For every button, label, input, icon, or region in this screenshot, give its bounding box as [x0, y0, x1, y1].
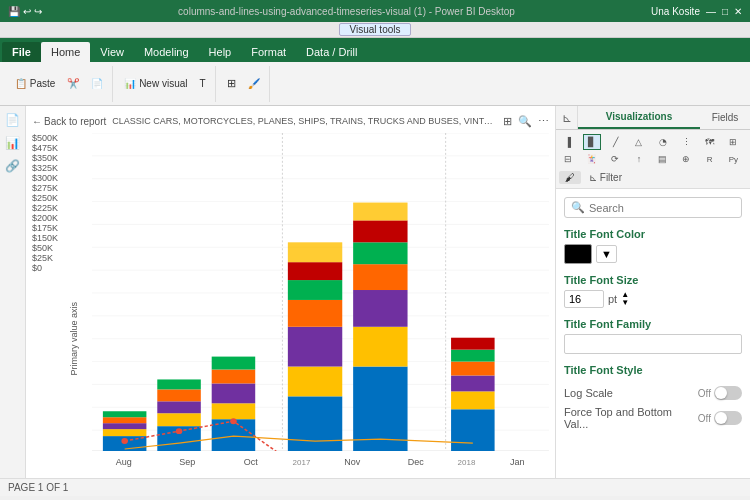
copy-btn[interactable]: 📄 — [86, 76, 108, 91]
search-input[interactable] — [589, 202, 735, 214]
back-icon: ← — [32, 116, 42, 127]
svg-rect-48 — [451, 350, 495, 362]
force-top-bottom-toggle[interactable] — [714, 411, 742, 425]
expand-btn[interactable]: ⊞ — [503, 115, 512, 128]
color-swatch[interactable] — [564, 244, 592, 264]
sidebar-icon-data[interactable]: 📊 — [3, 133, 23, 153]
cut-btn[interactable]: ✂️ — [62, 76, 84, 91]
log-scale-toggle-group: Off — [698, 386, 742, 400]
font-size-stepper[interactable]: ▲ ▼ — [621, 291, 629, 307]
format-painter-btn[interactable]: 🖌️ — [243, 76, 265, 91]
svg-rect-26 — [212, 403, 256, 419]
sidebar-icon-model[interactable]: 🔗 — [3, 156, 23, 176]
left-sidebar: 📄 📊 🔗 — [0, 106, 26, 478]
tab-modeling[interactable]: Modeling — [134, 42, 199, 62]
vis-icon-pie[interactable]: ◔ — [654, 134, 672, 150]
svg-rect-49 — [451, 338, 495, 350]
vis-icon-bar[interactable]: ▐ — [559, 134, 577, 150]
tab-data-drill[interactable]: Data / Drill — [296, 42, 367, 62]
svg-rect-22 — [157, 401, 201, 413]
svg-rect-47 — [451, 362, 495, 376]
vis-icon-area[interactable]: △ — [630, 134, 648, 150]
vis-icon-card[interactable]: 🃏 — [583, 151, 601, 167]
title-font-color-section: Title Font Color ▼ — [564, 228, 742, 264]
svg-rect-39 — [353, 290, 407, 327]
svg-rect-42 — [353, 220, 407, 242]
ribbon-toolbar: 📋 Paste ✂️ 📄 📊 New visual T ⊞ 🖌️ — [0, 62, 750, 106]
page-indicator: PAGE 1 OF 1 — [8, 482, 68, 493]
window-controls: —□✕ — [706, 6, 742, 17]
tab-home[interactable]: Home — [41, 42, 90, 62]
svg-rect-17 — [103, 423, 147, 429]
vis-icon-stacked[interactable]: ▊ — [583, 134, 601, 150]
visual-tools-band: Visual tools — [0, 22, 750, 38]
back-label: Back to report — [44, 116, 106, 127]
vis-icon-kpi[interactable]: ↑ — [630, 151, 648, 167]
log-scale-toggle[interactable] — [714, 386, 742, 400]
tab-format[interactable]: Format — [241, 42, 296, 62]
tab-help[interactable]: Help — [199, 42, 242, 62]
svg-rect-36 — [288, 242, 342, 262]
vis-icon-gauge[interactable]: ⟳ — [606, 151, 624, 167]
search-icon: 🔍 — [571, 201, 585, 214]
back-to-report-btn[interactable]: ← Back to report — [32, 116, 106, 127]
stepper-down[interactable]: ▼ — [621, 299, 629, 307]
title-font-family-section: Title Font Family — [564, 318, 742, 354]
svg-rect-24 — [157, 379, 201, 389]
vis-icon-python[interactable]: Py — [724, 151, 742, 167]
svg-rect-43 — [353, 203, 407, 221]
zoom-in-btn[interactable]: 🔍 — [518, 115, 532, 128]
sidebar-icon-report[interactable]: 📄 — [3, 110, 23, 130]
svg-rect-29 — [212, 357, 256, 370]
user-name: Una Kosite — [651, 6, 700, 17]
svg-rect-33 — [288, 300, 342, 327]
svg-rect-41 — [353, 242, 407, 264]
title-font-style-section: Title Font Style — [564, 364, 742, 376]
vis-icon-matrix[interactable]: ⊟ — [559, 151, 577, 167]
vis-icon-line[interactable]: ╱ — [606, 134, 624, 150]
window-title: columns-and-lines-using-advanced-timeser… — [48, 6, 645, 17]
panel-tab-visualizations[interactable]: Visualizations — [578, 106, 700, 129]
color-dropdown-btn[interactable]: ▼ — [596, 245, 617, 263]
title-font-style-label: Title Font Style — [564, 364, 742, 376]
pt-label: pt — [608, 293, 617, 305]
panel-tab-filter[interactable]: ⊾ — [556, 106, 578, 129]
svg-rect-40 — [353, 264, 407, 290]
svg-rect-23 — [157, 389, 201, 401]
chart-area: ← Back to report CLASSIC CARS, MOTORCYCL… — [26, 106, 555, 478]
vis-icon-table[interactable]: ⊞ — [724, 134, 742, 150]
font-family-input[interactable] — [564, 334, 742, 354]
vis-icon-r[interactable]: R — [701, 151, 719, 167]
text-box-btn[interactable]: T — [195, 76, 211, 91]
svg-rect-30 — [288, 396, 342, 451]
y-axis-labels: $500K $475K $350K $325K $300K $275K $250… — [32, 133, 74, 291]
vis-icon-more[interactable]: ⊕ — [677, 151, 695, 167]
font-size-control: pt ▲ ▼ — [564, 290, 742, 308]
vis-icon-map[interactable]: 🗺 — [701, 134, 719, 150]
paste-btn[interactable]: 📋 Paste — [10, 76, 60, 91]
more-options-btn[interactable]: ⋯ — [538, 115, 549, 128]
vis-icon-scatter[interactable]: ⋮ — [677, 134, 695, 150]
filter-icon-btn[interactable]: ⊞ — [222, 75, 241, 92]
tab-view[interactable]: View — [90, 42, 134, 62]
x-axis: Aug Sep Oct 2017 Nov Dec 2018 Jan — [92, 453, 549, 471]
search-box[interactable]: 🔍 — [564, 197, 742, 218]
sub-tab-filter-icon[interactable]: ⊾ Filter — [583, 171, 628, 184]
color-control: ▼ — [564, 244, 742, 264]
panel-top-tabs: ⊾ Visualizations Fields — [556, 106, 750, 130]
new-visual-btn[interactable]: 📊 New visual — [119, 76, 192, 91]
font-size-input[interactable] — [564, 290, 604, 308]
main-content: 📄 📊 🔗 ← Back to report CLASSIC CARS, MOT… — [0, 106, 750, 478]
title-font-size-section: Title Font Size pt ▲ ▼ — [564, 274, 742, 308]
tab-file[interactable]: File — [2, 42, 41, 62]
panel-tab-fields[interactable]: Fields — [700, 106, 750, 129]
svg-point-51 — [176, 428, 183, 434]
sub-tab-format[interactable]: 🖌 — [559, 171, 581, 184]
title-font-family-label: Title Font Family — [564, 318, 742, 330]
force-top-bottom-toggle-row: Force Top and Bottom Val... Off — [564, 406, 742, 430]
vis-icon-slicer[interactable]: ▤ — [654, 151, 672, 167]
right-panel: ⊾ Visualizations Fields ▐ ▊ ╱ △ ◔ ⋮ 🗺 ⊞ … — [555, 106, 750, 478]
svg-rect-35 — [288, 262, 342, 280]
svg-rect-19 — [103, 411, 147, 417]
ribbon-tabs: File Home View Modeling Help Format Data… — [0, 38, 750, 62]
